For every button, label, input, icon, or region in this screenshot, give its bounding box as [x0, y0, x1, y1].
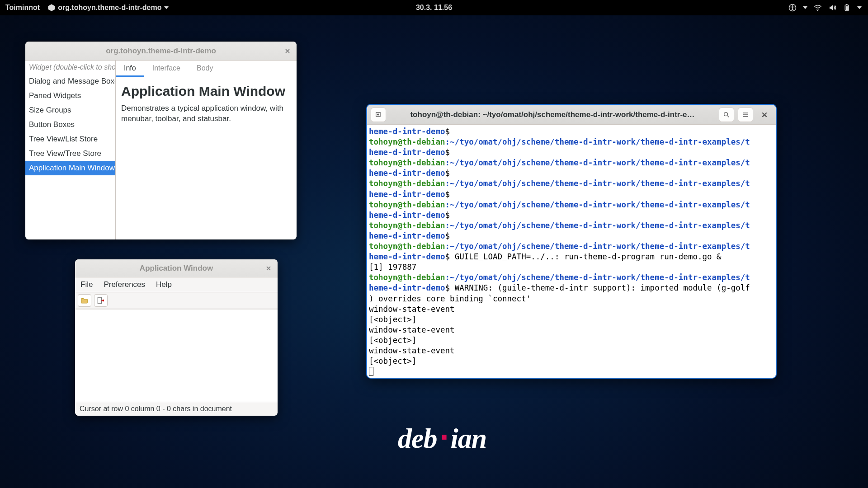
menu-help[interactable]: Help — [151, 277, 177, 292]
close-icon[interactable] — [263, 263, 274, 274]
svg-point-1 — [792, 5, 793, 7]
tab-info[interactable]: Info — [116, 61, 144, 77]
terminal-title: tohoyn@th-debian: ~/tyo/omat/ohj/scheme/… — [390, 110, 715, 119]
tab-interface[interactable]: Interface — [144, 61, 189, 77]
search-button[interactable] — [719, 108, 734, 122]
folder-open-icon — [80, 296, 89, 305]
chevron-down-icon — [803, 6, 807, 9]
terminal-window: tohoyn@th-debian: ~/tyo/omat/ohj/scheme/… — [367, 105, 776, 378]
sidebar-item[interactable]: Size Groups — [25, 103, 115, 117]
terminal-output[interactable]: heme-d-intr-demo$ tohoyn@th-debian:~/tyo… — [367, 125, 776, 378]
tab-body[interactable]: Body — [189, 61, 221, 77]
demo-tabs: Info Interface Body — [116, 61, 297, 77]
svg-rect-6 — [98, 297, 101, 304]
close-icon[interactable] — [282, 46, 293, 56]
menu-file[interactable]: File — [75, 277, 98, 292]
network-icon[interactable] — [814, 4, 822, 12]
app-menu[interactable]: org.tohoyn.theme-d-intr-demo — [48, 4, 169, 12]
chevron-down-icon — [857, 6, 862, 9]
demo-titlebar[interactable]: org.tohoyn.theme-d-intr-demo — [25, 42, 297, 61]
demo-window: org.tohoyn.theme-d-intr-demo Widget (dou… — [25, 42, 297, 239]
activities-button[interactable]: Toiminnot — [5, 4, 40, 12]
volume-icon[interactable] — [828, 4, 836, 12]
sidebar-item[interactable]: Paned Widgets — [25, 89, 115, 103]
svg-point-2 — [817, 10, 818, 11]
menubar: File Preferences Help — [75, 277, 278, 292]
toolbar — [75, 292, 278, 309]
svg-point-8 — [724, 112, 728, 116]
sidebar-item[interactable]: Dialog and Message Boxes — [25, 74, 115, 89]
text-area[interactable] — [75, 309, 278, 402]
app-icon — [48, 4, 55, 11]
clock[interactable]: 30.3. 11.56 — [416, 4, 452, 12]
close-icon — [761, 112, 768, 118]
debian-logo: deb･ian — [398, 422, 486, 455]
new-tab-icon — [375, 111, 382, 118]
application-window: Application Window File Preferences Help… — [75, 259, 278, 416]
new-tab-button[interactable] — [371, 108, 386, 122]
close-button[interactable] — [757, 108, 772, 122]
sidebar-item[interactable]: Application Main Window — [25, 161, 115, 175]
hamburger-icon — [742, 111, 749, 118]
exit-icon — [97, 296, 105, 305]
hamburger-menu[interactable] — [738, 108, 753, 122]
sidebar-header: Widget (double-click to show) — [25, 61, 115, 74]
menu-preferences[interactable]: Preferences — [98, 277, 151, 292]
sidebar-item[interactable]: Button Boxes — [25, 117, 115, 132]
statusbar: Cursor at row 0 column 0 - 0 chars in do… — [75, 402, 278, 416]
gnome-topbar: Toiminnot org.tohoyn.theme-d-intr-demo 3… — [0, 0, 868, 15]
demo-sidebar: Widget (double-click to show) Dialog and… — [25, 61, 116, 239]
quit-button[interactable] — [94, 294, 108, 307]
accessibility-icon[interactable] — [788, 4, 797, 12]
search-icon — [723, 111, 730, 118]
appwin-titlebar[interactable]: Application Window — [75, 259, 278, 277]
demo-description: Demonstrates a typical application windo… — [121, 103, 291, 124]
demo-heading: Application Main Window — [121, 84, 291, 99]
sidebar-item[interactable]: Tree View/List Store — [25, 132, 115, 146]
demo-content: Application Main Window Demonstrates a t… — [116, 77, 297, 128]
app-menu-label: org.tohoyn.theme-d-intr-demo — [58, 4, 161, 12]
sidebar-item[interactable]: Tree View/Tree Store — [25, 146, 115, 161]
demo-title: org.tohoyn.theme-d-intr-demo — [106, 47, 216, 56]
battery-icon[interactable] — [843, 4, 851, 12]
svg-rect-5 — [846, 6, 848, 10]
chevron-down-icon — [164, 6, 169, 9]
terminal-titlebar[interactable]: tohoyn@th-debian: ~/tyo/omat/ohj/scheme/… — [367, 105, 776, 125]
open-button[interactable] — [78, 294, 91, 307]
appwin-title: Application Window — [140, 264, 213, 273]
svg-rect-4 — [846, 4, 848, 5]
